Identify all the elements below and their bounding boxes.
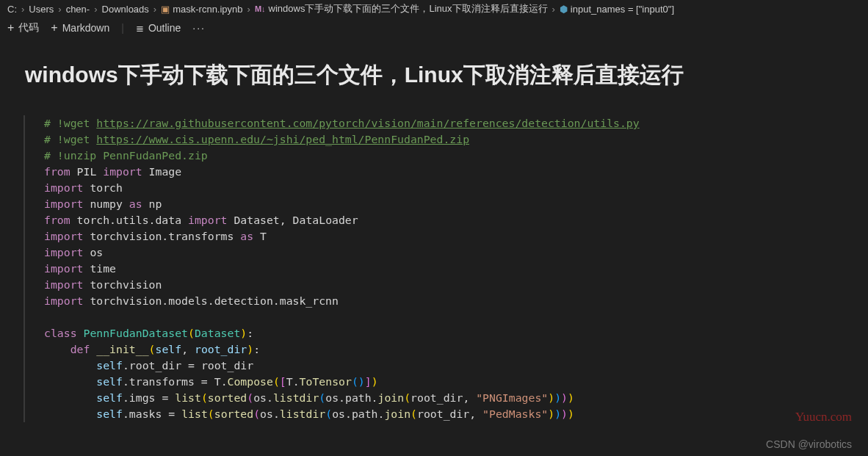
more-actions-button[interactable]: ··· bbox=[192, 22, 206, 34]
markdown-icon: M↓ bbox=[255, 4, 266, 13]
outline-button[interactable]: ≣ Outline bbox=[136, 22, 181, 34]
chevron-right-icon: › bbox=[552, 4, 555, 15]
breadcrumb-cell[interactable]: M↓ windows下手动下载下面的三个文件，Linux下取消注释后直接运行 bbox=[255, 2, 548, 15]
breadcrumb-symbol[interactable]: ⬢ input_names = ["input0"] bbox=[560, 4, 674, 15]
breadcrumb-file-label: mask-rcnn.ipynb bbox=[173, 4, 242, 15]
outline-icon: ≣ bbox=[136, 23, 144, 34]
add-code-cell-button[interactable]: + 代码 bbox=[7, 21, 39, 35]
python-icon: ⬢ bbox=[560, 4, 568, 15]
comment: # !unzip PennFudanPed.zip bbox=[44, 149, 208, 162]
add-code-label: 代码 bbox=[18, 21, 39, 35]
add-markdown-label: Markdown bbox=[62, 22, 110, 34]
notebook-icon: ▣ bbox=[161, 4, 170, 15]
breadcrumb-cell-label: windows下手动下载下面的三个文件，Linux下取消注释后直接运行 bbox=[269, 2, 548, 15]
toolbar-divider: | bbox=[121, 22, 124, 34]
chevron-right-icon: › bbox=[247, 4, 250, 15]
watermark: CSDN @virobotics bbox=[766, 438, 852, 450]
cell-marker bbox=[23, 115, 25, 422]
breadcrumb-symbol-label: input_names = ["input0"] bbox=[571, 4, 674, 15]
breadcrumb-file[interactable]: ▣ mask-rcnn.ipynb bbox=[161, 4, 242, 15]
code-content[interactable]: # !wget https://raw.githubusercontent.co… bbox=[44, 115, 868, 422]
chevron-right-icon: › bbox=[153, 4, 156, 15]
breadcrumb-item[interactable]: chen- bbox=[66, 4, 90, 15]
comment: # !wget https://raw.githubusercontent.co… bbox=[44, 117, 640, 129]
watermark: Yuucn.com bbox=[795, 410, 852, 424]
plus-icon: + bbox=[7, 21, 14, 35]
breadcrumb-item[interactable]: Users bbox=[29, 4, 54, 15]
plus-icon: + bbox=[51, 21, 57, 35]
chevron-right-icon: › bbox=[58, 4, 61, 15]
breadcrumb-item[interactable]: Downloads bbox=[102, 4, 149, 15]
outline-label: Outline bbox=[148, 22, 181, 34]
chevron-right-icon: › bbox=[94, 4, 97, 15]
code-cell[interactable]: # !wget https://raw.githubusercontent.co… bbox=[44, 115, 868, 422]
chevron-right-icon: › bbox=[21, 4, 24, 15]
comment: # !wget https://www.cis.upenn.edu/~jshi/… bbox=[44, 133, 469, 145]
breadcrumb-item[interactable]: C: bbox=[7, 4, 17, 15]
add-markdown-cell-button[interactable]: + Markdown bbox=[51, 21, 109, 35]
markdown-heading: windows下手动下载下面的三个文件，Linux下取消注释后直接运行 bbox=[0, 38, 868, 90]
breadcrumb: C: › Users › chen- › Downloads › ▣ mask-… bbox=[0, 0, 868, 18]
link[interactable]: https://www.cis.upenn.edu/~jshi/ped_html… bbox=[96, 133, 469, 145]
link[interactable]: https://raw.githubusercontent.com/pytorc… bbox=[96, 117, 639, 129]
notebook-toolbar: + 代码 + Markdown | ≣ Outline ··· bbox=[0, 18, 868, 38]
